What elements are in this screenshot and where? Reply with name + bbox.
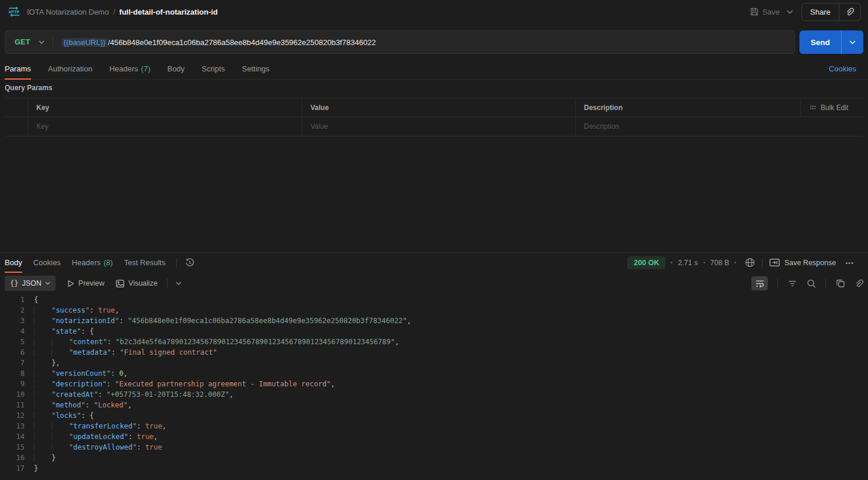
param-value-input[interactable] <box>310 122 575 131</box>
method-chevron-down-icon[interactable] <box>39 40 45 44</box>
line-number: 10 <box>0 389 25 400</box>
param-key-input[interactable] <box>36 122 302 131</box>
drag-dots-icon <box>810 105 816 109</box>
tab-settings[interactable]: Settings <box>242 59 269 80</box>
code-line: 6 "metadata": "Final signed contract" <box>0 347 868 358</box>
line-number: 7 <box>0 358 25 368</box>
code-line: 13 "transferLocked": true, <box>0 421 868 431</box>
response-size[interactable]: 708 B <box>710 259 730 267</box>
response-tab-headers[interactable]: Headers (8) <box>72 253 113 273</box>
code-line: 12 "locks": { <box>0 410 868 421</box>
toolbar-chevron-down-icon[interactable] <box>176 282 182 285</box>
response-tab-test-results-label: Test Results <box>124 258 166 267</box>
save-response-button[interactable]: Save Response <box>770 259 836 267</box>
send-button[interactable]: Send <box>799 30 842 54</box>
line-number: 6 <box>0 347 25 358</box>
search-icon[interactable] <box>807 279 816 288</box>
meta-divider <box>762 258 763 268</box>
code-text: "updateLocked": true, <box>25 431 158 442</box>
visualize-button[interactable]: Visualize <box>116 279 158 287</box>
response-tab-cookies[interactable]: Cookies <box>33 253 61 273</box>
code-line: 17} <box>0 463 868 474</box>
toolbar-divider <box>167 279 168 288</box>
response-tab-test-results[interactable]: Test Results <box>124 253 166 273</box>
link-icon[interactable] <box>855 279 863 288</box>
response-history-clock-icon[interactable] <box>185 258 194 268</box>
share-button[interactable]: Share <box>802 4 839 20</box>
query-params-header-row: Key Value Description Bulk Edit <box>5 98 863 117</box>
breadcrumb-request-name[interactable]: full-detail-of-notarization-id <box>119 8 218 16</box>
row-checkbox-cell[interactable] <box>5 117 28 136</box>
bulk-edit-spacer <box>801 117 863 136</box>
line-number: 14 <box>0 431 25 442</box>
send-options-chevron-down-icon[interactable] <box>842 30 863 54</box>
breadcrumb-separator: / <box>113 8 115 16</box>
visualize-label: Visualize <box>128 279 158 287</box>
code-text: "transferLocked": true, <box>25 421 166 431</box>
tab-headers[interactable]: Headers (7) <box>110 59 151 80</box>
tab-params-label: Params <box>5 64 31 73</box>
code-line: 14 "updateLocked": true, <box>0 431 868 442</box>
copy-link-icon[interactable] <box>839 4 860 20</box>
response-time[interactable]: 2.71 s <box>678 259 698 267</box>
toolbar-divider <box>777 279 778 288</box>
svg-text:HTTP: HTTP <box>9 10 20 14</box>
meta-dot <box>703 262 705 263</box>
code-line: 11 "method": "Locked", <box>0 400 868 410</box>
cookies-link[interactable]: Cookies <box>829 64 856 73</box>
param-description-input[interactable] <box>584 122 801 131</box>
response-tab-cookies-label: Cookies <box>33 258 61 267</box>
top-bar: HTTP IOTA Notarization Demo / full-detai… <box>0 0 868 23</box>
preview-button[interactable]: Preview <box>67 279 104 287</box>
status-badge[interactable]: 200 OK <box>627 256 665 269</box>
filter-icon[interactable] <box>788 280 797 287</box>
response-tab-body[interactable]: Body <box>5 253 22 273</box>
response-toolbar: {} JSON Preview Visualize <box>5 275 863 292</box>
code-text: "success": true, <box>25 305 119 316</box>
code-lines: 1{2 "success": true,3 "notarizationId": … <box>0 294 868 474</box>
url-path: /456b848e0e1f09eca1c06ba2786a58ee8b4d49e… <box>108 38 376 47</box>
share-button-group: Share <box>801 3 861 21</box>
tab-headers-label: Headers <box>110 64 138 73</box>
tab-scripts[interactable]: Scripts <box>201 59 225 80</box>
save-options-chevron-down-icon[interactable] <box>787 10 793 14</box>
network-globe-icon[interactable] <box>745 258 755 268</box>
topbar-actions: Save Share <box>750 3 861 21</box>
save-button[interactable]: Save <box>750 8 780 16</box>
code-line: 7 }, <box>0 358 868 368</box>
line-number: 17 <box>0 463 25 474</box>
bulk-edit-button[interactable]: Bulk Edit <box>801 98 863 116</box>
preview-label: Preview <box>78 279 104 287</box>
more-actions-icon[interactable]: ••• <box>845 259 854 266</box>
copy-icon[interactable] <box>836 279 845 287</box>
code-line: 16 } <box>0 452 868 463</box>
code-text: "locks": { <box>25 410 94 421</box>
query-params-title: Query Params <box>5 84 52 92</box>
line-number: 3 <box>0 316 25 326</box>
code-text: "method": "Locked", <box>25 400 132 410</box>
code-text: "metadata": "Final signed contract" <box>25 347 217 358</box>
tab-params[interactable]: Params <box>5 59 31 80</box>
breadcrumb-collection[interactable]: IOTA Notarization Demo <box>27 8 109 16</box>
format-chevron-down-icon <box>45 282 50 285</box>
tab-body[interactable]: Body <box>168 59 185 80</box>
send-button-group: Send <box>799 30 863 54</box>
response-tab-body-label: Body <box>5 258 22 267</box>
line-number: 16 <box>0 452 25 463</box>
bulk-edit-label: Bulk Edit <box>821 104 848 112</box>
line-number: 2 <box>0 305 25 316</box>
select-all-cell[interactable] <box>5 98 28 116</box>
wrap-text-icon[interactable] <box>751 276 768 290</box>
code-text: "destroyAllowed": true <box>25 442 162 452</box>
format-selector[interactable]: {} JSON <box>5 276 56 291</box>
url-input[interactable]: {{baseURL}}/456b848e0e1f09eca1c06ba2786a… <box>61 38 376 47</box>
method-selector[interactable]: GET <box>5 38 39 46</box>
line-number: 9 <box>0 379 25 389</box>
base-url-variable[interactable]: {{baseURL}} <box>61 38 108 47</box>
braces-icon: {} <box>10 279 18 287</box>
http-request-icon: HTTP <box>7 6 21 17</box>
tab-authorization[interactable]: Authorization <box>48 59 93 80</box>
code-line: 15 "destroyAllowed": true <box>0 442 868 452</box>
response-body-json[interactable]: 1{2 "success": true,3 "notarizationId": … <box>0 294 868 480</box>
save-response-label: Save Response <box>784 259 836 267</box>
